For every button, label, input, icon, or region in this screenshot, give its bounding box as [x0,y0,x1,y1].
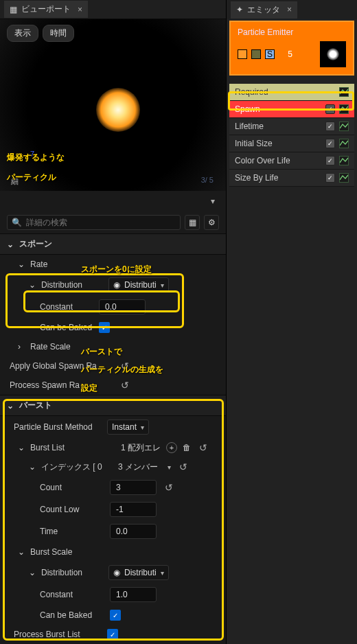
row-count: Count 3 ↺ [0,476,226,498]
chevron-down-icon: ⌄ [7,401,14,411]
count-low-label: Count Low [40,505,104,514]
row-burst-distribution: ⌄ Distribution ◉ Distributi ▾ [0,562,226,584]
distribution-label: Distribution [41,280,103,290]
search-icon: 🔍 [12,218,22,227]
chevron-down-icon: ⌄ [29,462,36,472]
tab-label: ビューポート [21,3,71,15]
row-rate[interactable]: ⌄ Rate [0,255,226,274]
distribution-label: Distribution [41,568,103,577]
tab-emitter[interactable]: ✦ エミッタ × [231,1,297,19]
time-input[interactable]: 0.0 [110,524,157,539]
module-lifetime[interactable]: Lifetime ✓ [229,118,354,135]
rate-scale-label: Rate Scale [30,342,106,352]
emitter-enable-checkbox[interactable] [238,49,247,59]
row-rate-scale[interactable]: › Rate Scale [0,337,226,356]
row-time: Time 0.0 [0,520,226,542]
graph-icon[interactable] [339,173,349,183]
tab-viewport[interactable]: ▦ ビューポート × [4,1,88,18]
dropdown-icon[interactable]: ▾ [207,195,219,207]
trash-icon[interactable]: 🗑 [183,443,191,452]
chevron-down-icon[interactable]: ⌄ [29,280,36,290]
time-button[interactable]: 時間 [43,25,74,42]
graph-icon[interactable] [339,87,349,97]
add-button[interactable]: + [166,442,177,453]
close-icon[interactable]: × [287,5,292,14]
reset-icon[interactable]: ↺ [179,461,187,472]
burst-list-value: 1 配列エレ [121,442,161,454]
viewport-coords: 3/ 5 [201,176,214,184]
row-apply-global: Apply Global Spawn Ra ↺ [0,356,226,376]
row-rate-distribution: ⌄ Distribution ◉ Distributi ▾ [0,274,226,296]
chevron-down-icon: ⌄ [18,260,25,269]
burst-baked-checkbox[interactable]: ✓ [110,610,121,621]
module-color-over-life[interactable]: Color Over Life ✓ [229,152,354,170]
burst-constant-input[interactable]: 1.0 [110,587,157,602]
module-initial-size[interactable]: Initial Size ✓ [229,135,354,152]
module-required[interactable]: Required [229,84,354,101]
particle-preview [96,88,140,132]
row-process-burst: Process Burst List ✓ [0,625,226,644]
chevron-down-icon: ▾ [141,424,144,431]
viewport-preview[interactable]: 表示 時間 7 3/ 5 細 [0,19,226,191]
count-low-input[interactable]: -1 [110,502,157,517]
module-checkbox[interactable]: ✓ [325,104,335,114]
constant-input[interactable]: 0.0 [99,299,146,314]
module-checkbox[interactable]: ✓ [325,122,335,131]
gear-icon: ⚙ [208,218,216,227]
graph-icon[interactable] [339,156,349,165]
emitter-thumbnail[interactable] [320,41,346,67]
reset-icon[interactable]: ↺ [121,360,129,371]
index-value: 3 メンバー [118,461,158,473]
chevron-down-icon: ▾ [161,569,164,577]
chevron-down-icon[interactable]: ⌄ [29,568,36,577]
dropdown-value: Instant [112,422,137,432]
row-burst-scale[interactable]: ⌄ Burst Scale [0,542,226,562]
reset-icon[interactable]: ↺ [199,442,207,453]
process-burst-checkbox[interactable]: ✓ [107,629,118,640]
reset-icon[interactable]: ↺ [165,482,173,493]
can-be-baked-checkbox[interactable]: ✓ [99,322,110,333]
row-burst-index[interactable]: ⌄ インデックス [ 0 3 メンバー ▾ ↺ [0,457,226,476]
tab-label: エミッタ [247,4,280,16]
row-burst-baked: Can be Baked ✓ [0,606,226,625]
section-label: スポーン [19,238,52,250]
chevron-down-icon: ▾ [161,281,164,289]
distribution-dropdown[interactable]: ◉ Distributi ▾ [108,277,169,292]
object-icon: ◉ [113,280,120,290]
search-box[interactable]: 🔍 [7,215,181,230]
graph-icon[interactable] [339,122,349,131]
process-spawn-label: Process Spawn Ra [10,380,113,390]
burst-list-label: Burst List [30,443,115,452]
show-button[interactable]: 表示 [7,25,38,42]
burst-distribution-dropdown[interactable]: ◉ Distributi ▾ [108,565,169,580]
module-size-by-life[interactable]: Size By Life ✓ [229,170,354,187]
apply-global-label: Apply Global Spawn Ra [10,361,113,371]
module-checkbox[interactable]: ✓ [325,139,335,148]
burst-method-label: Particle Burst Method [14,422,102,432]
module-spawn[interactable]: Spawn ✓ [229,101,354,118]
chevron-down-icon[interactable]: ▾ [168,463,171,471]
module-checkbox[interactable]: ✓ [325,156,335,165]
object-icon: ◉ [113,568,120,577]
module-checkbox[interactable]: ✓ [325,173,335,183]
emitter-solo-checkbox[interactable]: S [265,49,275,59]
reset-icon[interactable]: ↺ [121,380,129,391]
burst-method-dropdown[interactable]: Instant ▾ [107,419,149,435]
close-icon[interactable]: × [78,5,82,14]
section-burst[interactable]: ⌄ バースト [0,395,226,416]
burst-scale-label: Burst Scale [30,547,106,557]
row-count-low: Count Low -1 [0,498,226,520]
row-burst-list[interactable]: ⌄ Burst List 1 配列エレ + 🗑 ↺ [0,438,226,457]
graph-icon[interactable] [339,104,349,114]
emitter-flag-checkbox[interactable] [251,49,261,59]
graph-icon[interactable] [339,139,349,148]
section-spawn[interactable]: ⌄ スポーン [0,233,226,255]
emitter-header[interactable]: Particle Emitter S 5 [229,21,354,76]
grid-view-button[interactable]: ▦ [185,215,200,230]
settings-button[interactable]: ⚙ [204,215,219,230]
chevron-down-icon: ⌄ [7,240,14,249]
search-input[interactable] [26,218,176,227]
count-input[interactable]: 3 [110,480,157,495]
row-rate-constant: Constant 0.0 [0,296,226,318]
index-label: インデックス [ 0 [41,461,113,473]
